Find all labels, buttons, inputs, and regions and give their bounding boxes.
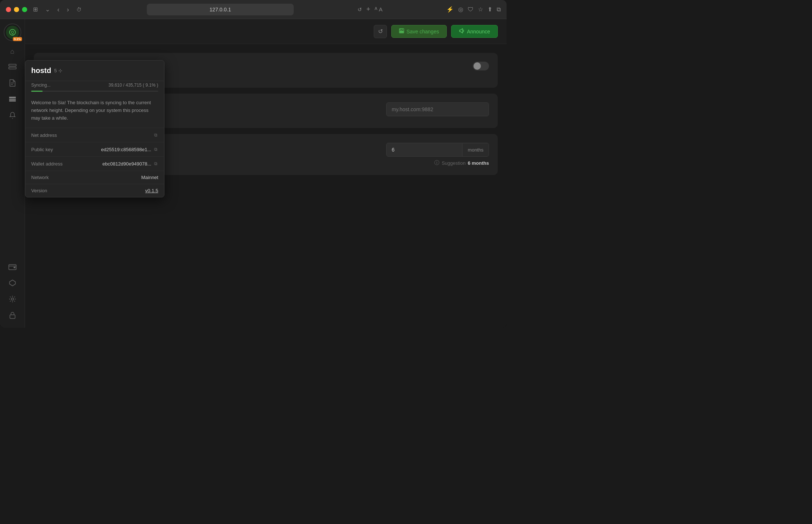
app-window: ⊞ ⌄ ‹ › ⏱ 127.0.0.1 ↺ + A A ⚡ ◎ 🛡 ☆ ⬆ ⧉ <box>0 0 507 328</box>
sync-progress-bar <box>31 91 158 92</box>
announce-label: Announce <box>467 29 490 34</box>
forward-button[interactable]: › <box>65 5 70 14</box>
reload-button[interactable]: ↺ <box>358 7 362 12</box>
toggle-knob <box>474 62 481 70</box>
new-tab-button[interactable]: + <box>366 6 370 13</box>
net-address-row: Net address ⧉ <box>25 128 164 142</box>
announce-icon <box>459 28 465 34</box>
network-value: Mainnet <box>141 175 158 180</box>
sidebar-expand-button[interactable]: ⌄ <box>44 4 51 14</box>
browser-toolbar: ⚡ ◎ 🛡 ☆ ⬆ ⧉ <box>446 6 501 13</box>
duration-input[interactable] <box>387 143 462 156</box>
app-content: Q 9.1% ⌂ <box>0 19 507 328</box>
address-bar[interactable]: 127.0.0.1 <box>147 4 294 15</box>
sidebar-item-home[interactable]: ⌂ <box>4 44 21 59</box>
svg-point-13 <box>11 298 14 300</box>
public-key-copy-button[interactable]: ⧉ <box>153 146 158 153</box>
sidebar-item-storage[interactable] <box>4 60 21 75</box>
public-key-label: Public key <box>31 147 53 152</box>
nodes-icon <box>9 279 16 288</box>
history-button[interactable]: ⏱ <box>75 5 83 14</box>
font-large-icon[interactable]: A <box>379 6 383 12</box>
public-key-row: Public key ed25519:c8568598e1... ⧉ <box>25 142 164 156</box>
sidebar-toggle-button[interactable]: ⊞ <box>32 4 39 14</box>
lock-icon <box>10 312 15 321</box>
undo-button[interactable]: ↺ <box>374 25 387 38</box>
files-icon <box>9 79 16 89</box>
net-address-value: ⧉ <box>153 132 158 138</box>
svg-text:Q: Q <box>11 30 14 34</box>
storage-icon <box>8 64 17 72</box>
node-count: 5 ⊹ <box>54 68 62 73</box>
sidebar-item-lock[interactable] <box>4 309 21 323</box>
save-label: Save changes <box>406 29 439 34</box>
svg-marker-12 <box>10 280 15 286</box>
tabs-icon[interactable]: ⧉ <box>497 6 501 13</box>
undo-icon: ↺ <box>378 28 383 35</box>
sidebar-item-files[interactable] <box>4 76 21 91</box>
version-label: Version <box>31 188 47 193</box>
extension-icon-1[interactable]: ⚡ <box>446 6 454 13</box>
version-link[interactable]: v0.1.5 <box>145 188 158 193</box>
announce-button[interactable]: Announce <box>451 25 498 38</box>
gear-icon <box>9 295 16 305</box>
save-icon <box>399 28 404 34</box>
maximize-button[interactable] <box>22 7 27 12</box>
sync-status: Syncing... 39,610 / 435,715 ( 9.1% ) <box>31 83 158 88</box>
suggestion-label: Suggestion <box>442 160 465 166</box>
wallet-address-label: Wallet address <box>31 161 63 167</box>
wallet-address-row: Wallet address ebc0812d90e949078... ⧉ <box>25 156 164 171</box>
font-small-icon[interactable]: A <box>375 6 377 12</box>
address-control <box>386 102 489 116</box>
svg-rect-11 <box>14 267 15 268</box>
sidebar-item-nodes[interactable] <box>4 276 21 291</box>
network-row: Network Mainnet <box>25 171 164 184</box>
address-input[interactable] <box>386 102 489 116</box>
close-button[interactable] <box>6 7 11 12</box>
sync-progress-fill <box>31 91 43 92</box>
contracts-icon <box>8 96 17 104</box>
bell-icon <box>9 112 16 121</box>
extension-icon-2[interactable]: ◎ <box>458 6 463 13</box>
save-changes-button[interactable]: Save changes <box>391 25 447 38</box>
sync-badge: 9.1% <box>13 37 22 41</box>
duration-input-group: months <box>386 143 489 157</box>
syncing-label: Syncing... <box>31 83 51 88</box>
wallet-address-value: ebc0812d90e949078... ⧉ <box>102 160 158 167</box>
bookmark-icon[interactable]: ☆ <box>478 6 483 13</box>
svg-rect-16 <box>400 29 402 30</box>
back-button[interactable]: ‹ <box>56 5 61 14</box>
net-address-copy-button[interactable]: ⧉ <box>153 132 158 138</box>
minimize-button[interactable] <box>14 7 19 12</box>
sync-numbers: 39,610 / 435,715 ( 9.1% ) <box>109 83 159 88</box>
sidebar-item-alerts[interactable] <box>4 109 21 123</box>
svg-rect-17 <box>400 31 403 33</box>
node-count-value: 5 <box>54 68 57 73</box>
svg-rect-3 <box>9 67 16 69</box>
accepting-contracts-control <box>386 62 489 70</box>
suggestion-value: 6 months <box>468 160 489 166</box>
suggestion-info-icon: ⓘ <box>434 160 439 166</box>
max-duration-control: months ⓘ Suggestion 6 months <box>386 143 489 166</box>
svg-rect-2 <box>9 64 16 66</box>
traffic-lights <box>6 7 27 12</box>
wallet-icon <box>8 263 17 272</box>
sidebar-item-contracts[interactable] <box>4 92 21 107</box>
network-label: Network <box>31 175 49 180</box>
accepting-contracts-toggle[interactable] <box>473 62 489 70</box>
font-controls: A A <box>375 6 383 12</box>
share-icon[interactable]: ⬆ <box>487 6 492 13</box>
panel-header: ↺ Save changes <box>25 19 507 44</box>
shield-icon[interactable]: 🛡 <box>468 6 474 13</box>
logo-area[interactable]: Q 9.1% <box>4 23 21 41</box>
sidebar-item-wallet[interactable] <box>4 260 21 275</box>
net-address-label: Net address <box>31 132 57 138</box>
wallet-address-copy-button[interactable]: ⧉ <box>153 160 158 167</box>
version-row: Version v0.1.5 <box>25 184 164 197</box>
dropdown-header: hostd 5 ⊹ <box>25 61 164 81</box>
node-title: hostd <box>31 66 51 75</box>
sidebar-item-settings[interactable] <box>4 292 21 307</box>
svg-rect-14 <box>10 315 15 319</box>
url-text: 127.0.0.1 <box>210 7 231 12</box>
home-icon: ⌂ <box>10 48 14 55</box>
